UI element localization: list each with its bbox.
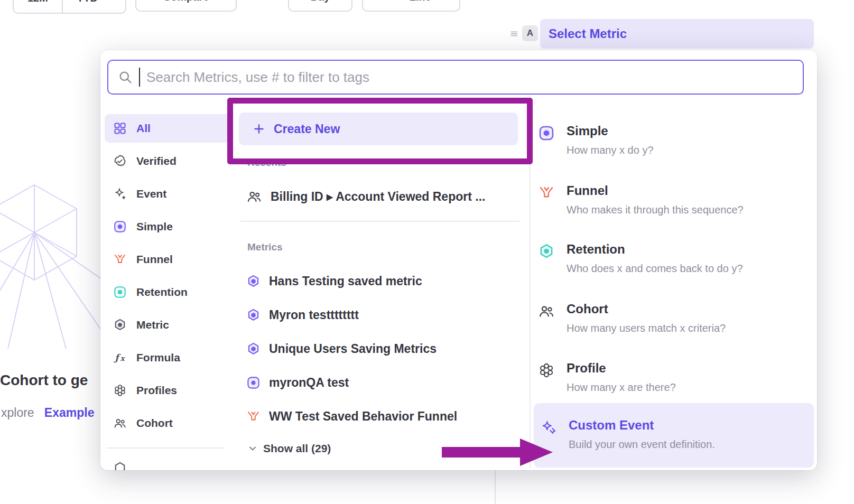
simple-hexagon-icon <box>246 342 261 356</box>
sidebar-item-funnel[interactable]: Funnel <box>105 245 230 274</box>
drag-handle-icon[interactable] <box>508 28 520 40</box>
saved-metric-label: myronQA test <box>269 376 349 390</box>
metric-type-text: Retention Who does x and comes back to d… <box>567 242 743 275</box>
subtext-fragment: xplore <box>1 406 34 419</box>
saved-metric-item[interactable]: Myron testttttttt <box>246 302 359 328</box>
show-all-label: Show all (29) <box>263 442 331 455</box>
sidebar-item-label: Simple <box>136 220 173 233</box>
search-input[interactable] <box>146 69 793 86</box>
metric-type-title: Profile <box>567 361 676 376</box>
sidebar-divider <box>107 447 224 449</box>
sidebar-item-retention[interactable]: Retention <box>105 278 230 306</box>
range-12m-button[interactable]: 12M <box>14 0 62 13</box>
interval-day-button[interactable]: Day <box>288 0 352 12</box>
example-link[interactable]: Example <box>44 406 95 419</box>
retention-icon <box>113 285 127 299</box>
wireframe-decoration <box>0 174 103 349</box>
metric-type-title: Cohort <box>567 302 726 316</box>
sidebar-item-verified[interactable]: Verified <box>105 147 230 175</box>
sidebar-item-all[interactable]: All <box>105 114 230 143</box>
sidebar-item-label: Metric <box>136 319 169 331</box>
sidebar-item-label: Retention <box>136 286 188 298</box>
list-divider <box>240 221 519 222</box>
metric-type-title: Custom Event <box>569 418 715 433</box>
empty-state-subtext: xplore Example <box>1 406 94 420</box>
sidebar-item-metric[interactable]: Metric <box>105 311 230 339</box>
metric-type-custom-event[interactable]: Custom Event Build your own event defini… <box>540 418 807 451</box>
sidebar-item-partial-icon <box>113 461 127 470</box>
sidebar-item-profiles[interactable]: Profiles <box>105 376 230 405</box>
metric-type-custom-event-highlight: Custom Event Build your own event defini… <box>534 403 814 468</box>
sidebar-item-label: Event <box>136 188 166 200</box>
search-icon <box>118 70 133 85</box>
sidebar-item-event[interactable]: Event <box>105 180 230 208</box>
simple-hexagon-icon <box>246 274 261 288</box>
metric-type-text: Funnel Who makes it through this sequenc… <box>567 183 744 216</box>
sidebar-item-label: Profiles <box>136 384 177 397</box>
panel-divider <box>495 469 496 504</box>
show-all-toggle[interactable]: Show all (29) <box>247 438 331 459</box>
search-box[interactable] <box>107 60 804 95</box>
select-metric-label: Select Metric <box>549 26 627 41</box>
compare-button[interactable]: Compare <box>135 0 237 12</box>
recent-list-item[interactable]: Billing ID ▸ Account Viewed Report ... <box>246 183 485 210</box>
funnel-icon <box>538 184 555 201</box>
sidebar-item-formula[interactable]: ƒx Formula <box>105 343 230 372</box>
metric-type-funnel[interactable]: Funnel Who makes it through this sequenc… <box>538 183 805 216</box>
chevron-down-icon <box>247 443 258 454</box>
sidebar-item-simple[interactable]: Simple <box>105 212 230 241</box>
metric-row-badge: A <box>522 25 538 41</box>
metric-row-badge-label: A <box>527 28 533 39</box>
metric-type-description: Who does x and comes back to do y? <box>567 262 743 275</box>
simple-square-icon <box>246 376 261 390</box>
metric-type-description: Who makes it through this sequence? <box>567 203 744 216</box>
chevron-down-icon <box>102 0 112 3</box>
simple-metric-icon <box>113 220 127 234</box>
saved-metric-item[interactable]: Unique Users Saving Metrics <box>246 335 437 362</box>
funnel-icon <box>113 253 127 266</box>
simple-hexagon-icon <box>246 308 261 322</box>
metric-type-retention[interactable]: Retention Who does x and comes back to d… <box>538 242 805 275</box>
line-chart-icon <box>391 0 404 3</box>
hexagon-metric-icon <box>113 318 127 332</box>
metric-type-cohort[interactable]: Cohort How many users match x criteria? <box>538 302 805 334</box>
chart-type-line-button[interactable]: Line <box>362 0 460 12</box>
saved-metric-label: Unique Users Saving Metrics <box>269 342 437 356</box>
simple-metric-icon <box>538 125 555 142</box>
plus-icon <box>253 123 265 135</box>
sparkle-icon <box>113 187 127 201</box>
metric-type-simple[interactable]: Simple How many x do y? <box>538 124 805 156</box>
saved-metric-label: Myron testttttttt <box>269 308 359 322</box>
column-divider <box>530 111 531 468</box>
interval-label: Day <box>311 0 330 3</box>
metric-picker-modal: All Verified Event Simple Funnel <box>100 50 817 470</box>
metric-type-description: How many x are there? <box>567 381 676 394</box>
retention-icon <box>538 243 555 260</box>
select-metric-button[interactable]: Select Metric <box>540 19 814 49</box>
metric-type-profile[interactable]: Profile How many x are there? <box>538 361 805 394</box>
compare-label: Compare <box>163 0 209 3</box>
saved-metric-item[interactable]: WW Test Saved Behavior Funnel <box>246 403 457 430</box>
people-icon <box>246 189 262 204</box>
metric-type-title: Simple <box>567 124 654 138</box>
range-ytd-button[interactable]: YTD <box>62 0 125 13</box>
chart-type-label: Line <box>409 0 431 3</box>
recents-section-header: Recents <box>247 157 286 169</box>
saved-metric-item[interactable]: Hans Testing saved metric <box>246 268 422 294</box>
create-new-button[interactable]: Create New <box>239 113 518 145</box>
metric-type-description: How many users match x criteria? <box>567 322 726 334</box>
create-new-label: Create New <box>274 122 340 136</box>
sidebar-item-cohort[interactable]: Cohort <box>105 409 230 437</box>
date-range-segmented-control: 12M YTD <box>13 0 126 14</box>
metric-type-title: Funnel <box>567 183 744 198</box>
saved-metric-item[interactable]: myronQA test <box>246 369 349 396</box>
metric-type-text: Simple How many x do y? <box>567 124 654 156</box>
range-ytd-label: YTD <box>77 0 98 4</box>
sidebar-item-label: Verified <box>136 155 177 167</box>
metric-type-title: Retention <box>567 242 743 257</box>
metrics-section-header: Metrics <box>247 241 283 253</box>
metric-type-text: Cohort How many users match x criteria? <box>567 302 726 334</box>
app-canvas: 12M YTD Compare Day Line A Select Metric <box>0 0 854 504</box>
grid-icon <box>113 122 127 135</box>
custom-event-icon <box>540 419 557 436</box>
